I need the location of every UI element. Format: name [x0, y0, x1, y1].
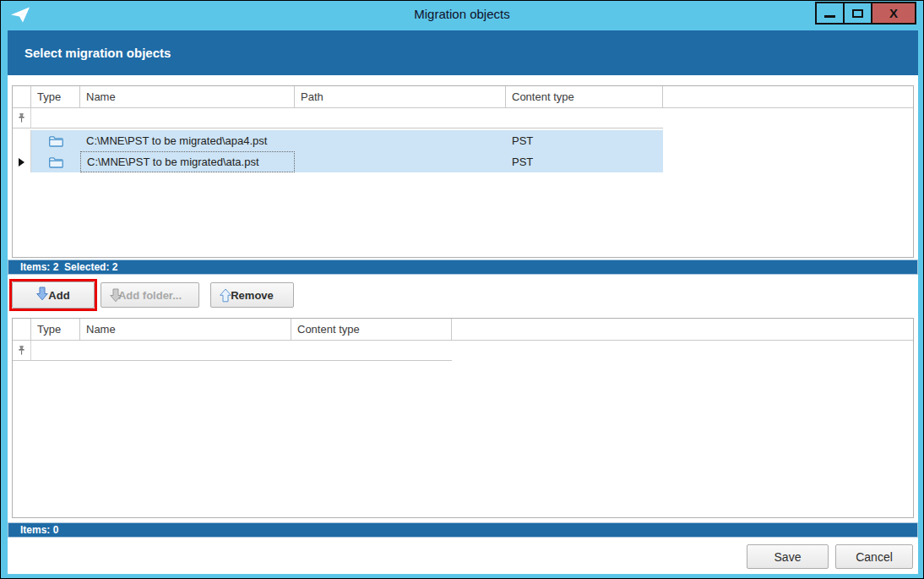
window-controls: X [817, 2, 916, 25]
column-header-name[interactable]: Name [80, 86, 295, 107]
filter-pin-icon [13, 108, 31, 128]
add-folder-button[interactable]: Add folder... [101, 282, 199, 308]
grid-header-row: Type Name Path Content type [13, 86, 913, 108]
row-indicator [13, 151, 31, 172]
column-header-type[interactable]: Type [31, 86, 80, 107]
column-header-content-type[interactable]: Content type [291, 319, 452, 340]
row-indicator-header [13, 319, 31, 340]
dialog-content: Type Name Path Content type [8, 75, 918, 574]
status-bar-bottom: Items: 0 [8, 522, 918, 538]
folder-icon [31, 130, 80, 151]
status-bar-top: Items: 2 Selected: 2 [8, 259, 918, 275]
page-title: Select migration objects [8, 46, 171, 60]
column-header-path[interactable]: Path [295, 86, 506, 107]
object-path [295, 130, 506, 151]
column-header-filler [663, 86, 913, 107]
arrow-up-icon [220, 288, 231, 305]
cancel-button[interactable]: Cancel [835, 544, 913, 569]
table-row[interactable]: C:\MNE\PST to be migrated\apa4.pst PST [13, 130, 913, 151]
column-header-name[interactable]: Name [80, 319, 291, 340]
column-header-content-type[interactable]: Content type [506, 86, 663, 107]
add-button-label: Add [48, 289, 69, 302]
filter-pin-icon [13, 341, 31, 361]
titlebar[interactable]: Migration objects X [1, 1, 923, 30]
add-button-highlight: Add [9, 279, 97, 311]
row-indicator [13, 130, 31, 151]
source-objects-grid: Type Name Path Content type [12, 85, 914, 258]
arrow-down-icon [110, 288, 122, 305]
maximize-icon [852, 9, 863, 18]
add-button[interactable]: Add [12, 281, 95, 309]
object-content-type: PST [506, 151, 663, 172]
dialog-header: Select migration objects [8, 30, 918, 75]
minimize-button[interactable] [815, 2, 845, 25]
folder-icon [31, 151, 80, 172]
save-button-label: Save [775, 550, 802, 564]
migration-objects-window: Migration objects X Select migration obj… [0, 0, 924, 579]
maximize-button[interactable] [843, 2, 872, 25]
filter-input-row[interactable] [31, 341, 452, 361]
arrow-down-icon [36, 287, 48, 303]
minimize-icon [824, 15, 835, 18]
auto-filter-row[interactable] [13, 341, 913, 361]
table-row[interactable]: C:\MNE\PST to be migrated\ata.pst PST [13, 151, 913, 172]
object-content-type: PST [506, 130, 663, 151]
object-name: C:\MNE\PST to be migrated\apa4.pst [80, 130, 295, 151]
close-button[interactable]: X [871, 2, 916, 25]
target-objects-grid: Type Name Content type [12, 318, 914, 518]
filter-input-row[interactable] [31, 108, 663, 128]
auto-filter-row[interactable] [13, 108, 913, 128]
cancel-button-label: Cancel [856, 550, 893, 564]
object-name: C:\MNE\PST to be migrated\ata.pst [80, 151, 295, 172]
remove-button[interactable]: Remove [210, 282, 294, 308]
add-folder-button-label: Add folder... [118, 289, 182, 302]
save-button[interactable]: Save [747, 544, 829, 569]
column-header-type[interactable]: Type [31, 319, 80, 340]
column-header-filler [452, 319, 913, 340]
grid-header-row: Type Name Content type [13, 319, 913, 341]
remove-button-label: Remove [231, 289, 274, 302]
grid-rows: C:\MNE\PST to be migrated\apa4.pst PST [13, 130, 913, 172]
close-icon: X [889, 6, 898, 20]
object-path [295, 151, 506, 172]
row-indicator-header [13, 86, 31, 107]
focused-row-arrow-icon [19, 158, 24, 167]
window-title: Migration objects [1, 7, 923, 21]
